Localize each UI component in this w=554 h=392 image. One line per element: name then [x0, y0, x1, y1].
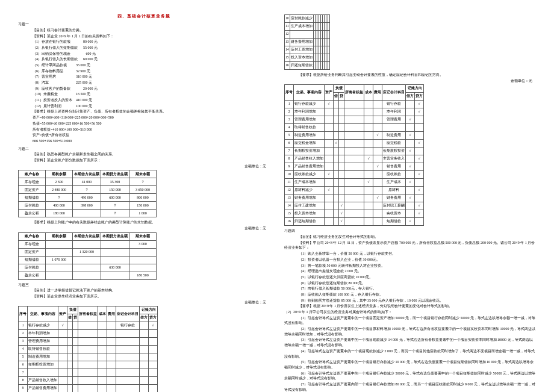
cell — [149, 353, 158, 361]
cell: 银行存款减少 — [294, 101, 325, 108]
x4-heading: 习题四 — [284, 228, 536, 234]
cell — [406, 210, 415, 218]
cell — [415, 194, 424, 202]
list-item: （3）引起会计等式左边资产要素中的一个项目现款减少 14 000 元，等式右边所… — [284, 337, 536, 347]
cell — [325, 124, 334, 132]
cell — [67, 338, 73, 346]
cell — [325, 148, 334, 155]
x1-objective: 【目的】练习会计要素的分类。 — [18, 28, 270, 33]
cell — [406, 101, 415, 108]
cell — [325, 140, 334, 148]
cell — [101, 240, 129, 248]
cell — [406, 124, 415, 132]
list-item: （8）应收购入短期债款 100 000 元，存入银行存款。 — [284, 292, 536, 297]
list-item: （6）引起会计等式左边资产要素中的一个项目银行存款减少 50000 元，等式右边… — [284, 371, 536, 381]
cell: √ — [415, 155, 424, 163]
cell — [58, 330, 67, 338]
cell: 应付账款 — [19, 264, 46, 272]
cell: 4 — [19, 346, 28, 353]
cell — [339, 101, 344, 108]
cell — [373, 218, 382, 226]
cell: √ — [406, 116, 415, 124]
cell — [73, 385, 78, 392]
cell: 13 — [285, 39, 290, 46]
cell: 长期权投资增加 — [294, 148, 325, 155]
cell: 银行存款 — [116, 322, 140, 330]
cell: 630 000 — [101, 264, 129, 272]
cell — [78, 369, 98, 377]
table-row: 14应付工建增加√应付职工薪酬√ — [285, 202, 424, 210]
table-row: 15投入资本增加√实收资本√ — [285, 210, 424, 218]
cell — [116, 377, 140, 385]
cell — [364, 132, 373, 140]
cell — [78, 338, 98, 346]
table-row: 16归还短期借款 — [285, 62, 330, 70]
col-header: 交易、事项内容 — [294, 85, 325, 101]
cell: 6 — [19, 361, 28, 369]
cell — [107, 353, 116, 361]
cell: 制造费用增加 — [294, 132, 325, 140]
cell — [73, 256, 101, 264]
table-row: 16归还短期借款√短期借款√ — [285, 218, 424, 226]
cell — [364, 218, 373, 226]
table-row: 6短期权投资增加 — [19, 361, 158, 369]
list-item: （12）累计营利润 100 000 元 — [18, 104, 270, 109]
cell — [116, 385, 140, 392]
cell — [149, 369, 158, 377]
x2-requirement: 【要求】根据上列账户中的有关数据并结合账户的类型计算账户的未知数据。 — [18, 220, 270, 225]
cell — [107, 361, 116, 369]
cell — [344, 171, 364, 179]
cell — [58, 369, 67, 377]
list-item: （3）将一笔款项 50 000 元转作长期投入对企业投资。 — [284, 263, 536, 269]
cell: √ — [415, 108, 424, 116]
cell — [107, 322, 116, 330]
col-header: 序号 — [19, 306, 28, 322]
col-header: 资产 — [58, 306, 67, 322]
cell: 3 000 — [129, 240, 157, 248]
cell — [344, 210, 364, 218]
cell — [78, 361, 98, 369]
cell — [328, 54, 329, 62]
cell: 产品销售费用增加 — [28, 385, 58, 392]
table-row: 短期借款1 070 000 — [19, 256, 157, 264]
cell: 14 — [285, 202, 294, 210]
x1-heading: 习题一 — [18, 22, 270, 27]
cell — [116, 369, 140, 377]
cell — [344, 108, 364, 116]
unit-label-2: 金额单位：元 — [18, 226, 270, 231]
cell: 制造费用 — [382, 132, 406, 140]
cell — [73, 330, 78, 338]
col-header: 费用 — [373, 85, 382, 101]
cell: √ — [364, 155, 373, 163]
list-item: （10）未缴税金 16 500 元 — [18, 92, 270, 97]
doc-title: 四、基础会计核算业务题 — [18, 13, 270, 19]
cell: 银行存款减少 — [28, 322, 58, 330]
col-header: 成本 — [364, 85, 373, 101]
cell — [149, 385, 158, 392]
cell: 9 — [285, 163, 294, 171]
col-header: 负债 — [334, 85, 344, 93]
cell — [58, 346, 67, 353]
col-header: 所有者权益 — [78, 306, 98, 322]
cell — [67, 369, 73, 377]
col-header: 借 — [334, 93, 339, 101]
col-header: 贷方 — [415, 93, 424, 101]
cell: 本年利润增加 — [294, 108, 325, 116]
list-item: （6）以银行存款偿还短期借款 80 000元。 — [284, 281, 536, 286]
x3-objective: 【目的】进一步掌握借贷记账法下账户的基本结构。 — [18, 288, 270, 293]
cell — [78, 346, 98, 353]
cell — [98, 361, 107, 369]
col-header: 借方 — [140, 314, 149, 322]
cell — [344, 101, 364, 108]
cell — [334, 202, 339, 210]
col-header: 所有者权益 — [344, 85, 364, 101]
cell: √ — [415, 187, 424, 194]
col-header: 费用 — [107, 306, 116, 322]
x1-source: 【资料】某企业 20×9 年 1 月 1 日的有关资料如下： — [18, 34, 270, 39]
cell: 16 — [285, 62, 290, 70]
cell: 财务费用 — [382, 194, 406, 202]
cell: 1 070 000 — [46, 256, 73, 264]
cell — [339, 124, 344, 132]
cell — [373, 101, 382, 108]
cell — [98, 377, 107, 385]
